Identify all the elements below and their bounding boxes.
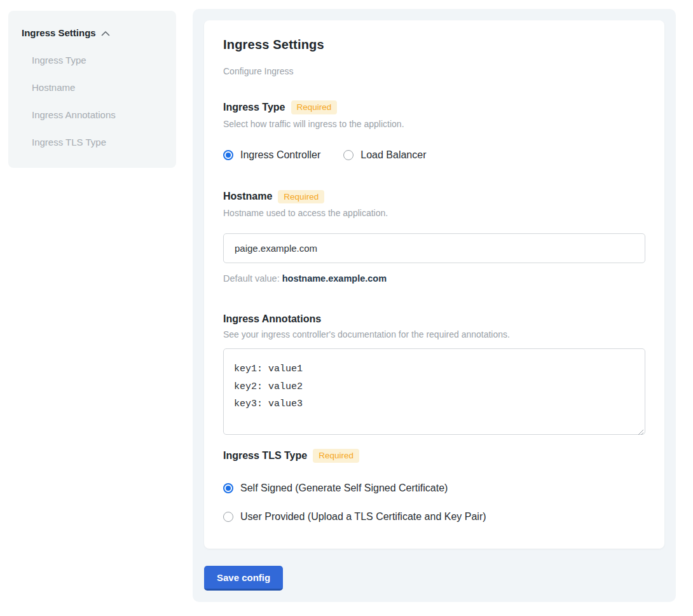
group-description: See your ingress controller's documentat… — [223, 329, 645, 339]
save-config-button[interactable]: Save config — [204, 566, 283, 591]
config-card: Ingress Settings Configure Ingress Ingre… — [204, 20, 664, 549]
radio-option-ingress-controller[interactable]: Ingress Controller — [223, 149, 320, 161]
group-title-ingress-annotations: Ingress Annotations — [223, 313, 321, 325]
hostname-input[interactable] — [223, 233, 645, 263]
annotations-textarea-wrap: key1: value1 key2: value2 key3: value3 — [223, 348, 645, 435]
annotations-textarea[interactable]: key1: value1 key2: value2 key3: value3 — [223, 348, 645, 435]
ingress-type-radio-group: Ingress Controller Load Balancer — [223, 149, 645, 161]
radio-icon[interactable] — [223, 512, 233, 522]
radio-icon[interactable] — [223, 483, 233, 493]
group-title-hostname: Hostname — [223, 191, 272, 202]
page-subtitle: Configure Ingress — [223, 66, 645, 76]
sidebar-item-ingress-type[interactable]: Ingress Type — [22, 55, 163, 65]
config-nav-sidebar: Ingress Settings Ingress Type Hostname I… — [8, 11, 176, 168]
group-title-ingress-type: Ingress Type — [223, 102, 285, 113]
page-title: Ingress Settings — [223, 38, 645, 52]
required-badge: Required — [291, 100, 338, 114]
radio-option-load-balancer[interactable]: Load Balancer — [343, 149, 426, 161]
sidebar-item-hostname[interactable]: Hostname — [22, 82, 163, 93]
group-title-ingress-tls-type: Ingress TLS Type — [223, 450, 307, 462]
sidebar-group-ingress-settings[interactable]: Ingress Settings — [22, 27, 163, 38]
radio-label: User Provided (Upload a TLS Certificate … — [240, 511, 486, 523]
sidebar-item-ingress-annotations[interactable]: Ingress Annotations — [22, 109, 163, 120]
group-description: Hostname used to access the application. — [223, 208, 645, 218]
radio-option-self-signed[interactable]: Self Signed (Generate Self Signed Certif… — [223, 483, 645, 494]
ingress-tls-radio-group: Self Signed (Generate Self Signed Certif… — [223, 483, 645, 523]
group-hostname: Hostname Required Hostname used to acces… — [223, 190, 645, 284]
sidebar-item-list: Ingress Type Hostname Ingress Annotation… — [22, 55, 163, 147]
sidebar-group-label: Ingress Settings — [22, 27, 96, 38]
config-panel: Ingress Settings Configure Ingress Ingre… — [193, 9, 676, 602]
group-ingress-annotations: Ingress Annotations See your ingress con… — [223, 313, 645, 435]
radio-label: Load Balancer — [360, 149, 426, 161]
group-description: Select how traffic will ingress to the a… — [223, 119, 645, 129]
radio-option-user-provided[interactable]: User Provided (Upload a TLS Certificate … — [223, 511, 645, 523]
textarea-resize-handle[interactable] — [638, 427, 644, 433]
group-ingress-tls-type: Ingress TLS Type Required Self Signed (G… — [223, 449, 645, 523]
radio-label: Ingress Controller — [240, 149, 320, 161]
sidebar-item-ingress-tls-type[interactable]: Ingress TLS Type — [22, 137, 163, 147]
radio-icon[interactable] — [223, 150, 233, 160]
radio-label: Self Signed (Generate Self Signed Certif… — [240, 483, 448, 494]
default-value-text: hostname.example.com — [282, 273, 387, 284]
radio-icon[interactable] — [343, 150, 353, 160]
required-badge: Required — [278, 190, 324, 204]
required-badge: Required — [313, 449, 359, 463]
default-value-line: Default value: hostname.example.com — [223, 273, 645, 284]
default-value-label: Default value: — [223, 273, 280, 284]
group-ingress-type: Ingress Type Required Select how traffic… — [223, 100, 645, 161]
chevron-up-icon — [101, 31, 110, 36]
